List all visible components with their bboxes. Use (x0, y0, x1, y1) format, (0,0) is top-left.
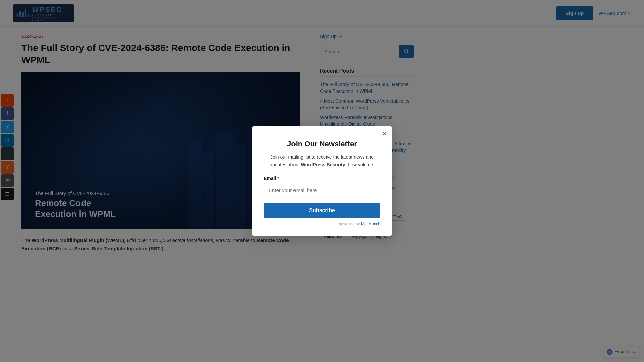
modal-subscribe-button[interactable]: Subscribe (264, 203, 380, 218)
modal-powered-by: powered by MailMunch (264, 222, 380, 226)
newsletter-modal: ✕ Join Our Newsletter Join our mailing l… (252, 126, 392, 236)
newsletter-modal-overlay: ✕ Join Our Newsletter Join our mailing l… (0, 0, 644, 362)
modal-email-label: Email * (264, 176, 380, 181)
modal-close-button[interactable]: ✕ (382, 130, 388, 137)
mailmunch-link[interactable]: MailMunch (361, 222, 380, 226)
modal-email-input[interactable] (264, 183, 380, 197)
modal-title: Join Our Newsletter (264, 140, 380, 148)
modal-description: Join our mailing list to receive the lat… (264, 153, 380, 168)
